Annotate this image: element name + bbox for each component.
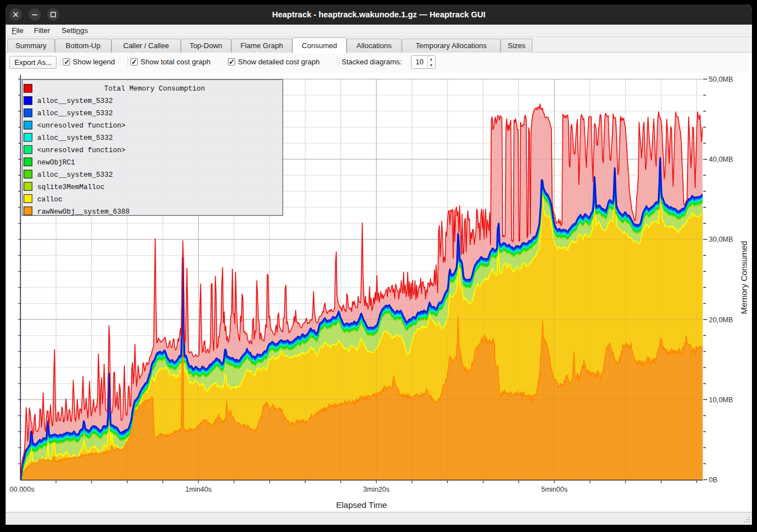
svg-text:newObjRC1: newObjRC1 <box>38 159 76 167</box>
svg-text:0B: 0B <box>709 476 717 484</box>
svg-text:50,0MB: 50,0MB <box>709 76 733 83</box>
svg-text:<unresolved function>: <unresolved function> <box>38 122 126 130</box>
svg-text:1min40s: 1min40s <box>185 486 212 493</box>
svg-text:alloc__system_5332: alloc__system_5332 <box>38 97 113 105</box>
svg-text:<unresolved function>: <unresolved function> <box>38 147 126 154</box>
svg-text:Memory Consumed: Memory Consumed <box>739 241 749 314</box>
svg-text:20,0MB: 20,0MB <box>709 316 733 324</box>
svg-text:30,0MB: 30,0MB <box>709 236 733 243</box>
svg-text:Elapsed Time: Elapsed Time <box>336 500 387 510</box>
svg-text:00.000s: 00.000s <box>10 486 34 493</box>
svg-text:3min20s: 3min20s <box>363 486 390 493</box>
svg-text:alloc__system_5332: alloc__system_5332 <box>38 110 113 117</box>
svg-text:40,0MB: 40,0MB <box>709 156 733 163</box>
svg-text:rawNewObj__system_6388: rawNewObj__system_6388 <box>38 208 130 216</box>
svg-text:alloc__system_5332: alloc__system_5332 <box>38 134 113 142</box>
svg-text:calloc: calloc <box>38 196 63 204</box>
svg-text:10,0MB: 10,0MB <box>709 396 733 404</box>
svg-text:sqlite3MemMalloc: sqlite3MemMalloc <box>38 183 105 191</box>
svg-text:5min00s: 5min00s <box>541 486 567 493</box>
svg-text:Total Memory Consumption: Total Memory Consumption <box>104 85 205 93</box>
svg-text:alloc__system_5332: alloc__system_5332 <box>38 171 113 179</box>
